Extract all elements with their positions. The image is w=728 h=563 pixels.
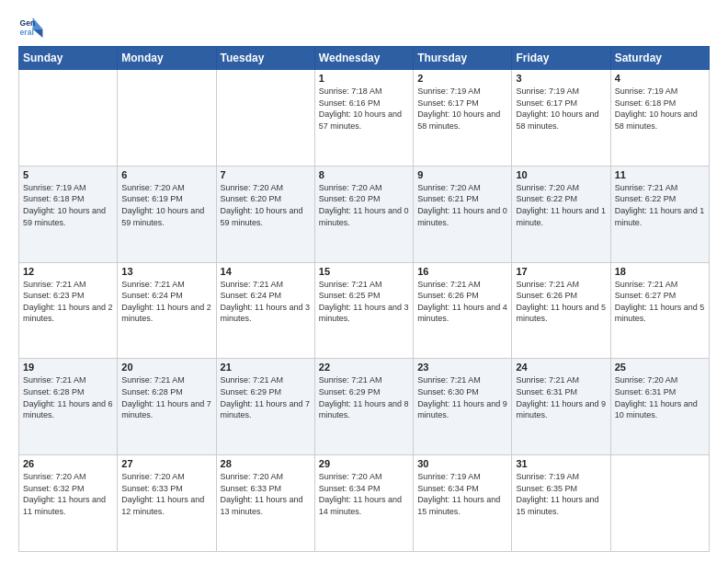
day-info: Sunrise: 7:21 AM Sunset: 6:31 PM Dayligh… bbox=[516, 374, 606, 420]
calendar-cell: 17Sunrise: 7:21 AM Sunset: 6:26 PM Dayli… bbox=[512, 262, 610, 359]
day-number: 28 bbox=[221, 458, 311, 469]
calendar-cell bbox=[118, 70, 216, 167]
day-info: Sunrise: 7:20 AM Sunset: 6:31 PM Dayligh… bbox=[615, 374, 705, 420]
day-header-monday: Monday bbox=[118, 47, 216, 70]
day-info: Sunrise: 7:19 AM Sunset: 6:18 PM Dayligh… bbox=[615, 86, 705, 132]
week-row-2: 5Sunrise: 7:19 AM Sunset: 6:18 PM Daylig… bbox=[19, 166, 710, 262]
day-number: 22 bbox=[319, 362, 409, 373]
calendar-header-row: SundayMondayTuesdayWednesdayThursdayFrid… bbox=[19, 47, 710, 70]
day-info: Sunrise: 7:21 AM Sunset: 6:24 PM Dayligh… bbox=[221, 279, 311, 325]
calendar-cell: 18Sunrise: 7:21 AM Sunset: 6:27 PM Dayli… bbox=[610, 262, 709, 359]
week-row-1: 1Sunrise: 7:18 AM Sunset: 6:16 PM Daylig… bbox=[19, 70, 710, 167]
day-info: Sunrise: 7:20 AM Sunset: 6:33 PM Dayligh… bbox=[121, 471, 211, 517]
day-number: 30 bbox=[417, 458, 507, 469]
calendar-cell: 26Sunrise: 7:20 AM Sunset: 6:32 PM Dayli… bbox=[19, 455, 118, 552]
calendar-cell: 7Sunrise: 7:20 AM Sunset: 6:20 PM Daylig… bbox=[216, 166, 314, 262]
calendar-cell: 2Sunrise: 7:19 AM Sunset: 6:17 PM Daylig… bbox=[414, 70, 512, 167]
day-header-thursday: Thursday bbox=[414, 47, 512, 70]
day-number: 5 bbox=[23, 169, 113, 180]
calendar-cell: 30Sunrise: 7:19 AM Sunset: 6:34 PM Dayli… bbox=[414, 455, 512, 552]
calendar-cell bbox=[216, 70, 314, 167]
calendar-cell bbox=[19, 70, 118, 167]
calendar-cell: 28Sunrise: 7:20 AM Sunset: 6:33 PM Dayli… bbox=[216, 455, 314, 552]
day-info: Sunrise: 7:19 AM Sunset: 6:35 PM Dayligh… bbox=[516, 471, 606, 517]
day-info: Sunrise: 7:21 AM Sunset: 6:28 PM Dayligh… bbox=[121, 374, 211, 420]
day-number: 19 bbox=[23, 362, 113, 373]
calendar-cell: 31Sunrise: 7:19 AM Sunset: 6:35 PM Dayli… bbox=[512, 455, 610, 552]
day-number: 29 bbox=[319, 458, 409, 469]
day-info: Sunrise: 7:20 AM Sunset: 6:20 PM Dayligh… bbox=[221, 182, 311, 228]
day-header-wednesday: Wednesday bbox=[314, 47, 413, 70]
day-info: Sunrise: 7:21 AM Sunset: 6:29 PM Dayligh… bbox=[221, 374, 311, 420]
day-number: 27 bbox=[121, 458, 211, 469]
calendar-cell: 23Sunrise: 7:21 AM Sunset: 6:30 PM Dayli… bbox=[414, 359, 512, 455]
calendar-cell: 5Sunrise: 7:19 AM Sunset: 6:18 PM Daylig… bbox=[19, 166, 118, 262]
day-info: Sunrise: 7:21 AM Sunset: 6:25 PM Dayligh… bbox=[319, 279, 409, 325]
calendar-cell: 11Sunrise: 7:21 AM Sunset: 6:22 PM Dayli… bbox=[610, 166, 709, 262]
day-header-friday: Friday bbox=[512, 47, 610, 70]
day-number: 26 bbox=[23, 458, 113, 469]
day-header-tuesday: Tuesday bbox=[216, 47, 314, 70]
day-info: Sunrise: 7:21 AM Sunset: 6:26 PM Dayligh… bbox=[516, 279, 606, 325]
day-info: Sunrise: 7:21 AM Sunset: 6:29 PM Dayligh… bbox=[319, 374, 409, 420]
day-info: Sunrise: 7:18 AM Sunset: 6:16 PM Dayligh… bbox=[319, 86, 409, 132]
logo: Gen eral bbox=[18, 15, 48, 40]
day-number: 16 bbox=[417, 266, 507, 277]
calendar-cell: 6Sunrise: 7:20 AM Sunset: 6:19 PM Daylig… bbox=[118, 166, 216, 262]
calendar-cell: 15Sunrise: 7:21 AM Sunset: 6:25 PM Dayli… bbox=[314, 262, 413, 359]
calendar-cell: 20Sunrise: 7:21 AM Sunset: 6:28 PM Dayli… bbox=[118, 359, 216, 455]
day-info: Sunrise: 7:21 AM Sunset: 6:22 PM Dayligh… bbox=[615, 182, 705, 228]
svg-marker-2 bbox=[33, 29, 43, 38]
calendar-cell: 4Sunrise: 7:19 AM Sunset: 6:18 PM Daylig… bbox=[610, 70, 709, 167]
week-row-3: 12Sunrise: 7:21 AM Sunset: 6:23 PM Dayli… bbox=[19, 262, 710, 359]
day-number: 24 bbox=[516, 362, 606, 373]
day-number: 9 bbox=[417, 169, 507, 180]
calendar-cell: 1Sunrise: 7:18 AM Sunset: 6:16 PM Daylig… bbox=[314, 70, 413, 167]
day-number: 21 bbox=[221, 362, 311, 373]
page: Gen eral SundayMondayTuesdayWednesdayThu… bbox=[0, 0, 728, 563]
calendar-cell bbox=[610, 455, 709, 552]
calendar-cell: 29Sunrise: 7:20 AM Sunset: 6:34 PM Dayli… bbox=[314, 455, 413, 552]
day-info: Sunrise: 7:20 AM Sunset: 6:32 PM Dayligh… bbox=[23, 471, 113, 517]
day-info: Sunrise: 7:19 AM Sunset: 6:17 PM Dayligh… bbox=[516, 86, 606, 132]
calendar-cell: 8Sunrise: 7:20 AM Sunset: 6:20 PM Daylig… bbox=[314, 166, 413, 262]
day-number: 18 bbox=[615, 266, 705, 277]
calendar-cell: 22Sunrise: 7:21 AM Sunset: 6:29 PM Dayli… bbox=[314, 359, 413, 455]
day-number: 15 bbox=[319, 266, 409, 277]
calendar-cell: 3Sunrise: 7:19 AM Sunset: 6:17 PM Daylig… bbox=[512, 70, 610, 167]
day-number: 10 bbox=[516, 169, 606, 180]
day-info: Sunrise: 7:21 AM Sunset: 6:30 PM Dayligh… bbox=[417, 374, 507, 420]
calendar-cell: 14Sunrise: 7:21 AM Sunset: 6:24 PM Dayli… bbox=[216, 262, 314, 359]
day-number: 4 bbox=[615, 73, 705, 84]
day-info: Sunrise: 7:21 AM Sunset: 6:28 PM Dayligh… bbox=[23, 374, 113, 420]
day-number: 3 bbox=[516, 73, 606, 84]
day-number: 6 bbox=[121, 169, 211, 180]
calendar-cell: 10Sunrise: 7:20 AM Sunset: 6:22 PM Dayli… bbox=[512, 166, 610, 262]
day-info: Sunrise: 7:19 AM Sunset: 6:18 PM Dayligh… bbox=[23, 182, 113, 228]
day-info: Sunrise: 7:21 AM Sunset: 6:24 PM Dayligh… bbox=[121, 279, 211, 325]
calendar-table: SundayMondayTuesdayWednesdayThursdayFrid… bbox=[18, 46, 710, 552]
day-number: 14 bbox=[221, 266, 311, 277]
generalblue-logo-icon: Gen eral bbox=[18, 15, 44, 40]
day-info: Sunrise: 7:20 AM Sunset: 6:34 PM Dayligh… bbox=[319, 471, 409, 517]
calendar-cell: 13Sunrise: 7:21 AM Sunset: 6:24 PM Dayli… bbox=[118, 262, 216, 359]
day-number: 12 bbox=[23, 266, 113, 277]
day-number: 17 bbox=[516, 266, 606, 277]
calendar-cell: 19Sunrise: 7:21 AM Sunset: 6:28 PM Dayli… bbox=[19, 359, 118, 455]
calendar-cell: 9Sunrise: 7:20 AM Sunset: 6:21 PM Daylig… bbox=[414, 166, 512, 262]
day-number: 25 bbox=[615, 362, 705, 373]
week-row-4: 19Sunrise: 7:21 AM Sunset: 6:28 PM Dayli… bbox=[19, 359, 710, 455]
calendar-cell: 21Sunrise: 7:21 AM Sunset: 6:29 PM Dayli… bbox=[216, 359, 314, 455]
calendar-cell: 12Sunrise: 7:21 AM Sunset: 6:23 PM Dayli… bbox=[19, 262, 118, 359]
day-info: Sunrise: 7:20 AM Sunset: 6:20 PM Dayligh… bbox=[319, 182, 409, 228]
day-info: Sunrise: 7:20 AM Sunset: 6:19 PM Dayligh… bbox=[121, 182, 211, 228]
day-number: 7 bbox=[221, 169, 311, 180]
day-info: Sunrise: 7:20 AM Sunset: 6:22 PM Dayligh… bbox=[516, 182, 606, 228]
calendar-cell: 16Sunrise: 7:21 AM Sunset: 6:26 PM Dayli… bbox=[414, 262, 512, 359]
day-info: Sunrise: 7:21 AM Sunset: 6:27 PM Dayligh… bbox=[615, 279, 705, 325]
day-info: Sunrise: 7:20 AM Sunset: 6:33 PM Dayligh… bbox=[221, 471, 311, 517]
svg-text:Gen: Gen bbox=[20, 18, 36, 28]
calendar-cell: 27Sunrise: 7:20 AM Sunset: 6:33 PM Dayli… bbox=[118, 455, 216, 552]
week-row-5: 26Sunrise: 7:20 AM Sunset: 6:32 PM Dayli… bbox=[19, 455, 710, 552]
day-info: Sunrise: 7:20 AM Sunset: 6:21 PM Dayligh… bbox=[417, 182, 507, 228]
